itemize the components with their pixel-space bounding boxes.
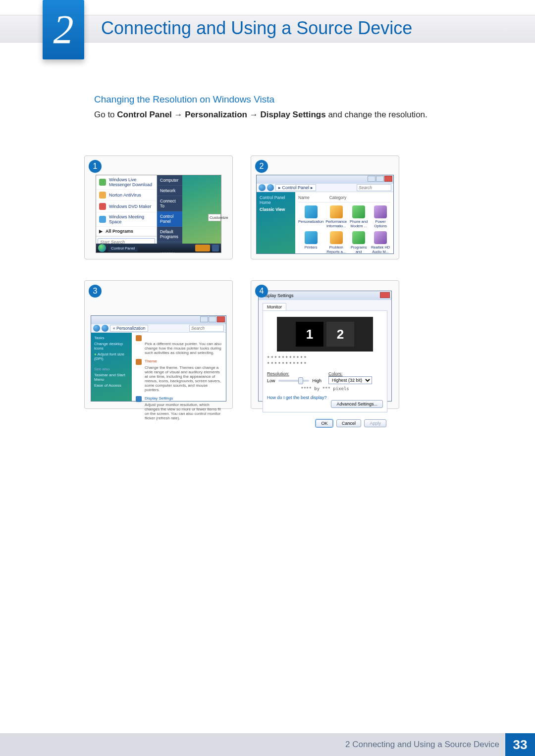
tab-monitor[interactable]: Monitor: [263, 303, 286, 310]
slider-track[interactable]: [278, 380, 310, 382]
window-buttons: [368, 176, 392, 182]
monitor-2[interactable]: 2: [326, 322, 354, 347]
search-wrap: [357, 184, 391, 191]
cp-sidebar: Control Panel Home Classic View: [257, 192, 295, 253]
page-footer: 2 Connecting and Using a Source Device 3…: [0, 733, 535, 756]
pers-item-theme[interactable]: Theme Change the theme. Themes can chang…: [136, 359, 222, 392]
adjust-font-size-link[interactable]: Adjust font size (DPI): [94, 352, 129, 361]
close-icon[interactable]: [384, 176, 392, 182]
cp-columns: Name Category: [298, 194, 390, 202]
start-item[interactable]: Windows DVD Maker: [96, 201, 157, 212]
start-item[interactable]: Norton AntiVirus: [96, 190, 157, 201]
start-right-item[interactable]: Computer: [157, 175, 182, 186]
start-orb-icon[interactable]: [98, 244, 106, 252]
breadcrumb[interactable]: « Personalization: [110, 325, 148, 332]
cp-item-label: Personalization: [298, 219, 323, 224]
start-right-item[interactable]: Connect To: [157, 196, 182, 211]
taskbar: Control Panel: [96, 244, 221, 252]
start-right-item[interactable]: Network: [157, 186, 182, 196]
start-item[interactable]: Windows Live Messenger Download: [96, 175, 157, 190]
start-menu-right: Computer Network Connect To Control Pane…: [157, 175, 182, 244]
cp-item[interactable]: Problem Reports a...: [325, 231, 347, 253]
cancel-button[interactable]: Cancel: [336, 419, 361, 427]
personalization-icon: [305, 205, 318, 218]
col-name: Name: [298, 195, 310, 200]
close-icon[interactable]: [380, 292, 390, 298]
nav-forward-icon[interactable]: [267, 184, 274, 191]
monitor-1[interactable]: 1: [296, 322, 323, 347]
control-panel-window: ▸ Control Panel ▸ Control Panel Home Cla…: [256, 175, 394, 254]
taskbar-button[interactable]: Control Panel: [108, 245, 138, 252]
screenshot-3: 3 « Personalization Tasks: [84, 280, 233, 409]
cp-item[interactable]: Printers: [298, 231, 323, 253]
cp-item[interactable]: Power Options: [371, 205, 390, 228]
cp-item-label: Performance Informatio...: [325, 219, 347, 228]
start-item[interactable]: Windows Meeting Space: [96, 212, 157, 227]
start-menu-left: Windows Live Messenger Download Norton A…: [96, 175, 157, 244]
slider-high: High: [312, 378, 321, 383]
nav-back-icon[interactable]: [93, 325, 100, 332]
maximize-icon[interactable]: [209, 316, 216, 322]
lock-button-icon[interactable]: [212, 245, 219, 252]
start-item-label: Windows Live Messenger Download: [109, 177, 154, 187]
maximize-icon[interactable]: [376, 176, 384, 182]
taskbar-start-menu-link[interactable]: Taskbar and Start Menu: [94, 373, 129, 382]
cp-item[interactable]: Performance Informatio...: [325, 205, 347, 228]
instr-arrow1: →: [174, 110, 185, 119]
search-input[interactable]: [189, 325, 224, 332]
instr-pre: Go to: [94, 110, 117, 119]
close-icon[interactable]: [217, 316, 225, 322]
address-bar: « Personalization: [91, 324, 226, 333]
screenshot-4: 4 Display Settings Monitor 1 2 *********…: [251, 280, 399, 409]
dvdmaker-icon: [99, 203, 106, 210]
pers-item-mouse[interactable]: Pick a different mouse pointer. You can …: [136, 335, 222, 355]
cp-item-label: Phone and Modem ...: [350, 219, 368, 228]
change-desktop-icons-link[interactable]: Change desktop icons: [94, 342, 129, 351]
cp-main: Name Category Personalization Performanc…: [295, 192, 393, 253]
ok-button[interactable]: OK: [316, 419, 333, 427]
slider-low: Low: [267, 378, 275, 383]
resolution-slider[interactable]: Low High: [267, 378, 321, 383]
dialog-body: 1 2 *********** *********** Resolution: …: [263, 310, 387, 412]
start-right-control-panel[interactable]: Control Panel: [157, 211, 182, 227]
advanced-settings-button[interactable]: Advanced Settings...: [331, 400, 383, 408]
instr-post: and change the resolution.: [328, 110, 427, 119]
apply-button[interactable]: Apply: [364, 419, 386, 427]
cp-item[interactable]: Phone and Modem ...: [349, 205, 369, 228]
minimize-icon[interactable]: [200, 316, 208, 322]
chapter-number-badge: 2: [43, 0, 84, 59]
cp-home-link[interactable]: Control Panel Home: [260, 195, 292, 205]
col-category: Category: [329, 195, 347, 200]
start-menu: Windows Live Messenger Download Norton A…: [96, 175, 182, 244]
power-button-icon[interactable]: [195, 245, 210, 252]
all-programs[interactable]: ▶All Programs: [96, 227, 157, 236]
help-link[interactable]: How do I get the best display?: [267, 395, 383, 400]
pers-item-display-settings[interactable]: Display Settings Adjust your monitor res…: [136, 396, 222, 420]
all-programs-label: All Programs: [106, 229, 133, 234]
step-badge-2: 2: [255, 160, 268, 173]
cp-item-personalization[interactable]: Personalization: [298, 205, 323, 228]
cp-item-label: Programs and Features: [351, 245, 367, 253]
resolution-label: Resolution:: [267, 371, 289, 376]
colors-select[interactable]: Highest (32 bit): [328, 376, 372, 384]
cp-item[interactable]: Programs and Features: [349, 231, 369, 253]
address-bar: ▸ Control Panel ▸: [257, 183, 393, 192]
pers-main: Pick a different mouse pointer. You can …: [132, 333, 226, 401]
search-input[interactable]: [357, 184, 391, 191]
meeting-icon: [99, 216, 106, 223]
minimize-icon[interactable]: [368, 176, 375, 182]
resolution-readout: **** by *** pixels: [267, 386, 383, 391]
nav-back-icon[interactable]: [259, 184, 266, 191]
chapter-number: 2: [54, 6, 74, 53]
nav-forward-icon[interactable]: [102, 325, 108, 332]
ease-of-access-link[interactable]: Ease of Access: [94, 383, 129, 388]
pers-item-desc: Adjust your monitor resolution, which ch…: [136, 403, 222, 420]
start-right-item[interactable]: Default Programs: [157, 227, 182, 242]
breadcrumb[interactable]: ▸ Control Panel ▸: [275, 184, 316, 191]
slider-thumb-icon[interactable]: [298, 377, 303, 384]
cp-classic-view-link[interactable]: Classic View: [260, 207, 292, 212]
cp-item[interactable]: Realtek HD Audio M...: [371, 231, 390, 253]
see-also-heading: See also: [94, 367, 129, 371]
dialog-titlebar: Display Settings: [259, 291, 391, 300]
instr-arrow2: →: [250, 110, 261, 119]
